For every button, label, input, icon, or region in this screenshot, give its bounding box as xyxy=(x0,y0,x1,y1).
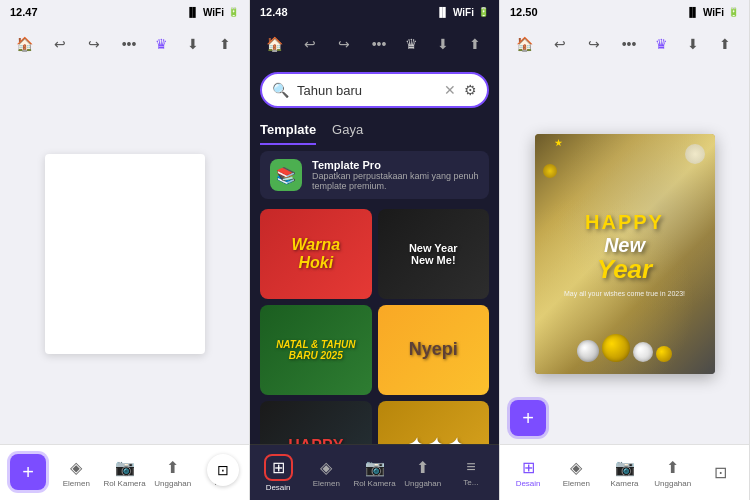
time-1: 12.47 xyxy=(10,6,38,18)
new-year-subtitle: May all your wishes come true in 2023! xyxy=(564,290,685,297)
template-new-year[interactable]: New YearNew Me! xyxy=(378,209,490,299)
nav-unggahan[interactable]: ⬆ Unggahan xyxy=(149,458,197,488)
ornament-2 xyxy=(543,164,557,178)
elemen-label: Elemen xyxy=(63,479,90,488)
te-label: Te... xyxy=(463,478,478,487)
signal-icon: ▐▌ xyxy=(186,7,199,17)
more-icon[interactable]: ••• xyxy=(115,30,143,58)
nav-desain-3[interactable]: ⊞ Desain xyxy=(504,458,552,488)
active-nav-indicator: ⊞ xyxy=(264,454,293,481)
filter-icon[interactable]: ⚙ xyxy=(464,82,477,98)
crown-icon[interactable]: ♛ xyxy=(147,30,175,58)
share-icon-3[interactable]: ⬆ xyxy=(711,30,739,58)
blank-canvas xyxy=(45,154,205,354)
elemen-icon-2: ◈ xyxy=(320,458,332,477)
top-nav-1: 🏠 ↩ ↪ ••• ♛ ⬇ ⬆ xyxy=(0,24,249,64)
phone-panel-1: 12.47 ▐▌ WiFi 🔋 🏠 ↩ ↪ ••• ♛ ⬇ ⬆ + ⊡ ⊞ De… xyxy=(0,0,250,500)
unggahan-label: Unggahan xyxy=(154,479,191,488)
canvas-area xyxy=(0,64,249,444)
nav-te-2[interactable]: ≡ Te... xyxy=(447,458,495,487)
crown-icon-3[interactable]: ♛ xyxy=(647,30,675,58)
pro-banner[interactable]: 📚 Template Pro Dapatkan perpustakaan kam… xyxy=(260,151,489,199)
clear-icon[interactable]: ✕ xyxy=(444,82,456,98)
orb-4 xyxy=(656,346,672,362)
nav-crop-3[interactable]: ⊡ xyxy=(697,463,745,482)
result-template: HAPPY New Year May all your wishes come … xyxy=(535,134,715,374)
bottom-nav-3: ⊞ Desain ◈ Elemen 📷 Kamera ⬆ Unggahan ⊡ xyxy=(500,444,749,500)
unggahan-icon-2: ⬆ xyxy=(416,458,429,477)
more-icon-2[interactable]: ••• xyxy=(365,30,393,58)
search-box[interactable]: 🔍 Tahun baru ✕ ⚙ xyxy=(260,72,489,108)
nav-elemen[interactable]: ◈ Elemen xyxy=(52,458,100,488)
wifi-icon-2: WiFi xyxy=(453,7,474,18)
crop-button[interactable]: ⊡ xyxy=(207,454,239,486)
more-icon-3[interactable]: ••• xyxy=(615,30,643,58)
desain-icon-2: ⊞ xyxy=(272,459,285,476)
battery-icon-2: 🔋 xyxy=(478,7,489,17)
battery-icon-3: 🔋 xyxy=(728,7,739,17)
templates-grid: WarnaHoki New YearNew Me! NATAL & TAHUNB… xyxy=(250,205,499,444)
template-label-3: NATAL & TAHUNBARU 2025 xyxy=(260,339,372,361)
elemen-icon-3: ◈ xyxy=(570,458,582,477)
nav-elemen-2[interactable]: ◈ Elemen xyxy=(302,458,350,488)
redo-icon-2[interactable]: ↪ xyxy=(330,30,358,58)
tab-gaya[interactable]: Gaya xyxy=(332,122,363,145)
search-icon: 🔍 xyxy=(272,82,289,98)
search-input[interactable]: Tahun baru xyxy=(297,83,436,98)
wifi-icon-3: WiFi xyxy=(703,7,724,18)
desain-label-3: Desain xyxy=(516,479,541,488)
kamera-label-3: Kamera xyxy=(611,479,639,488)
undo-icon-3[interactable]: ↩ xyxy=(546,30,574,58)
unggahan-label-3: Unggahan xyxy=(654,479,691,488)
status-icons-1: ▐▌ WiFi 🔋 xyxy=(186,7,239,18)
nav-elemen-3[interactable]: ◈ Elemen xyxy=(552,458,600,488)
undo-icon-2[interactable]: ↩ xyxy=(296,30,324,58)
pro-title: Template Pro xyxy=(312,159,479,171)
add-button[interactable]: + xyxy=(10,454,46,490)
undo-icon[interactable]: ↩ xyxy=(46,30,74,58)
top-nav-3: 🏠 ↩ ↪ ••• ♛ ⬇ ⬆ xyxy=(500,24,749,64)
nav-unggahan-3[interactable]: ⬆ Unggahan xyxy=(649,458,697,488)
pro-text-area: Template Pro Dapatkan perpustakaan kami … xyxy=(312,159,479,191)
template-happy[interactable]: HAPPY xyxy=(260,401,372,444)
pro-subtitle: Dapatkan perpustakaan kami yang penuh te… xyxy=(312,171,479,191)
tab-template[interactable]: Template xyxy=(260,122,316,145)
search-area: 🔍 Tahun baru ✕ ⚙ xyxy=(250,64,499,116)
status-bar-2: 12.48 ▐▌ WiFi 🔋 xyxy=(250,0,499,24)
redo-icon-3[interactable]: ↪ xyxy=(580,30,608,58)
signal-icon-3: ▐▌ xyxy=(686,7,699,17)
nav-desain-2[interactable]: ⊞ Desain xyxy=(254,454,302,492)
template-warna-hoki[interactable]: WarnaHoki xyxy=(260,209,372,299)
download-icon-3[interactable]: ⬇ xyxy=(679,30,707,58)
template-label-5: HAPPY xyxy=(260,437,372,444)
kamera-label: Rol Kamera xyxy=(103,479,145,488)
battery-icon: 🔋 xyxy=(228,7,239,17)
template-label-6: ✦ ✦ ✦ xyxy=(378,436,490,444)
home-icon[interactable]: 🏠 xyxy=(10,30,38,58)
home-icon-2[interactable]: 🏠 xyxy=(260,30,288,58)
add-button-3[interactable]: + xyxy=(510,400,546,436)
template-natal[interactable]: NATAL & TAHUNBARU 2025 xyxy=(260,305,372,395)
status-bar-1: 12.47 ▐▌ WiFi 🔋 xyxy=(0,0,249,24)
nav-kamera-2[interactable]: 📷 Rol Kamera xyxy=(350,458,398,488)
crown-icon-2[interactable]: ♛ xyxy=(397,30,425,58)
download-icon-2[interactable]: ⬇ xyxy=(429,30,457,58)
download-icon[interactable]: ⬇ xyxy=(179,30,207,58)
nav-kamera-3[interactable]: 📷 Kamera xyxy=(600,458,648,488)
template-label-1: WarnaHoki xyxy=(260,236,372,271)
result-area: HAPPY New Year May all your wishes come … xyxy=(500,64,749,444)
nav-kamera[interactable]: 📷 Rol Kamera xyxy=(100,458,148,488)
phone-panel-3: 12.50 ▐▌ WiFi 🔋 🏠 ↩ ↪ ••• ♛ ⬇ ⬆ HAPPY xyxy=(500,0,750,500)
nav-unggahan-2[interactable]: ⬆ Unggahan xyxy=(399,458,447,488)
desain-label-2: Desain xyxy=(266,483,291,492)
template-nyepi[interactable]: Nyepi xyxy=(378,305,490,395)
ornaments-row xyxy=(577,334,672,362)
desain-icon-3: ⊞ xyxy=(522,458,535,477)
redo-icon[interactable]: ↪ xyxy=(80,30,108,58)
share-icon-2[interactable]: ⬆ xyxy=(461,30,489,58)
elemen-label-2: Elemen xyxy=(313,479,340,488)
template-stars[interactable]: ✦ ✦ ✦ xyxy=(378,401,490,444)
share-icon[interactable]: ⬆ xyxy=(211,30,239,58)
template-label-2: New YearNew Me! xyxy=(378,242,490,266)
home-icon-3[interactable]: 🏠 xyxy=(510,30,538,58)
